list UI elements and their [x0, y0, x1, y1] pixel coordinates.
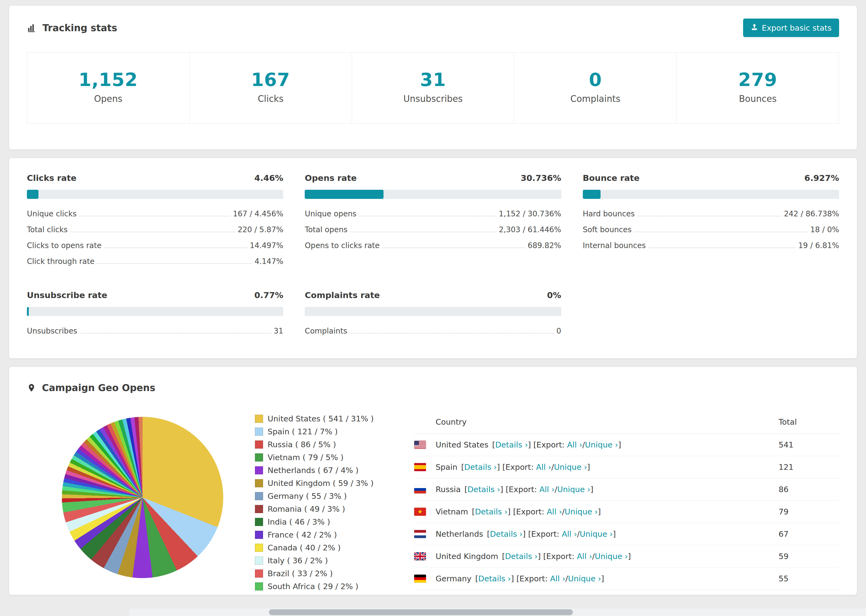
export-all-link[interactable]: All ›: [577, 552, 592, 561]
rate-row: Unique clicks167 / 4.456%: [27, 206, 283, 222]
geo-table-body: United States[Details ›] [Export: All › …: [414, 434, 839, 590]
export-all-link[interactable]: All ›: [536, 462, 551, 472]
export-unique-link[interactable]: Unique ›: [579, 530, 612, 539]
details-link[interactable]: Details ›: [490, 530, 523, 539]
bracket: [: [461, 462, 464, 472]
geo-table-row: Netherlands[Details ›] [Export: All › / …: [414, 523, 839, 545]
stat-value: 31: [352, 69, 514, 90]
geo-table-header: Country Total: [414, 410, 839, 434]
dotted-leader: [638, 216, 781, 216]
geo-table-row: Russia[Details ›] [Export: All › / Uniqu…: [414, 478, 839, 501]
rate-row-label: Unsubscribes: [27, 327, 77, 335]
legend-swatch: [255, 518, 263, 526]
rates-grid: Clicks rate4.46%Unique clicks167 / 4.456…: [27, 173, 839, 339]
unsubscribe-rate-progress-bar: [27, 307, 283, 316]
rate-row-value: 19 / 6.81%: [798, 241, 839, 250]
details-link[interactable]: Details ›: [464, 462, 497, 472]
export-unique-link[interactable]: Unique ›: [554, 462, 587, 472]
details-link[interactable]: Details ›: [475, 507, 507, 516]
flag-ru-icon: [414, 486, 426, 493]
rate-row: Complaints0: [305, 323, 561, 339]
rate-row: Total opens2,303 / 61.446%: [305, 222, 561, 237]
details-link[interactable]: Details ›: [505, 552, 538, 561]
scrollbar-thumb[interactable]: [269, 609, 573, 615]
geo-table-row: Vietnam[Details ›] [Export: All › / Uniq…: [414, 501, 839, 523]
rate-head: Bounce rate6.927%: [583, 173, 839, 183]
rate-row: Unsubscribes31: [27, 323, 283, 339]
legend-label: Netherlands ( 67 / 4% ): [268, 466, 359, 475]
stat-label: Bounces: [677, 94, 839, 104]
legend-swatch: [255, 531, 263, 539]
bracket: [: [464, 485, 468, 494]
rate-row: Clicks to opens rate14.497%: [27, 237, 283, 253]
details-link[interactable]: Details ›: [468, 485, 500, 494]
export-unique-link[interactable]: Unique ›: [557, 485, 590, 494]
legend-label: India ( 46 / 3% ): [268, 517, 330, 526]
legend-item: Italy ( 36 / 2% ): [255, 556, 374, 565]
country-cell: United Kingdom[Details ›] [Export: All ›…: [414, 552, 779, 561]
rate-row-value: 31: [274, 327, 283, 335]
export-unique-link[interactable]: Unique ›: [565, 507, 598, 516]
campaign-stats-page: Tracking stats Export basic stats 1,152O…: [0, 0, 866, 595]
slash: /: [562, 507, 565, 516]
dotted-leader: [104, 248, 247, 248]
geo-pie-chart: [62, 417, 223, 578]
rate-row-label: Total opens: [305, 225, 348, 234]
legend-swatch: [255, 453, 263, 462]
rate-row-label: Internal bounces: [583, 241, 646, 250]
export-all-link[interactable]: All ›: [547, 507, 562, 516]
export-all-link[interactable]: All ›: [562, 530, 577, 539]
rate-value: 0.77%: [254, 290, 283, 300]
rate-title: Opens rate: [305, 173, 357, 183]
country-total: 79: [779, 507, 839, 516]
slash: /: [551, 462, 554, 472]
bracket: ] [Export:: [511, 574, 550, 583]
legend-item: South Africa ( 29 / 2% ): [255, 582, 374, 591]
bracket: ] [Export:: [528, 440, 567, 449]
details-link[interactable]: Details ›: [478, 574, 511, 583]
legend-item: United States ( 541 / 31% ): [255, 414, 374, 423]
total-column-header: Total: [779, 417, 839, 426]
flag-us-icon: [414, 441, 426, 449]
export-unique-link[interactable]: Unique ›: [568, 574, 601, 583]
rate-row-label: Total clicks: [27, 225, 68, 234]
export-all-link[interactable]: All ›: [567, 440, 583, 449]
rate-row-label: Soft bounces: [583, 225, 632, 234]
export-all-link[interactable]: All ›: [550, 574, 565, 583]
country-total: 121: [779, 462, 839, 472]
stat-label: Unsubscribes: [352, 94, 514, 104]
rate-row-value: 689.82%: [527, 241, 561, 250]
bracket: [: [492, 440, 495, 449]
map-pin-icon: [27, 383, 36, 392]
legend-swatch: [255, 415, 263, 423]
progress-fill: [27, 307, 29, 316]
clicks-rate-panel: Clicks rate4.46%Unique clicks167 / 4.456…: [27, 173, 283, 269]
stat-box-unsubscribes: 31Unsubscribes: [352, 52, 515, 124]
export-basic-stats-button[interactable]: Export basic stats: [743, 19, 839, 37]
rate-row: Internal bounces19 / 6.81%: [583, 237, 839, 253]
export-icon: [751, 23, 758, 33]
legend-item: United Kingdom ( 59 / 3% ): [255, 479, 374, 488]
export-unique-link[interactable]: Unique ›: [585, 440, 618, 449]
details-link[interactable]: Details ›: [495, 440, 527, 449]
legend-item: France ( 42 / 2% ): [255, 530, 374, 539]
legend-item: Spain ( 121 / 7% ): [255, 427, 374, 436]
legend-item: Germany ( 55 / 3% ): [255, 492, 374, 501]
rate-row-label: Unique clicks: [27, 209, 77, 218]
horizontal-scrollbar[interactable]: [129, 608, 866, 616]
flag-de-icon: [414, 575, 426, 583]
geo-table-row: Germany[Details ›] [Export: All › / Uniq…: [414, 567, 839, 590]
legend-label: Germany ( 55 / 3% ): [268, 492, 347, 501]
dotted-leader: [97, 263, 252, 264]
export-unique-link[interactable]: Unique ›: [595, 552, 628, 561]
dotted-leader: [350, 333, 554, 333]
geo-content: United States ( 541 / 31% )Spain ( 121 /…: [27, 410, 839, 595]
legend-label: Brazil ( 33 / 2% ): [268, 569, 333, 578]
rate-row-value: 0: [556, 327, 561, 335]
export-all-link[interactable]: All ›: [539, 485, 554, 494]
rate-row-value: 2,303 / 61.446%: [499, 225, 561, 234]
stat-box-clicks: 167Clicks: [189, 52, 352, 124]
rate-row-label: Clicks to opens rate: [27, 241, 101, 250]
legend-label: France ( 42 / 2% ): [268, 530, 337, 539]
rate-row-value: 18 / 0%: [810, 225, 839, 234]
